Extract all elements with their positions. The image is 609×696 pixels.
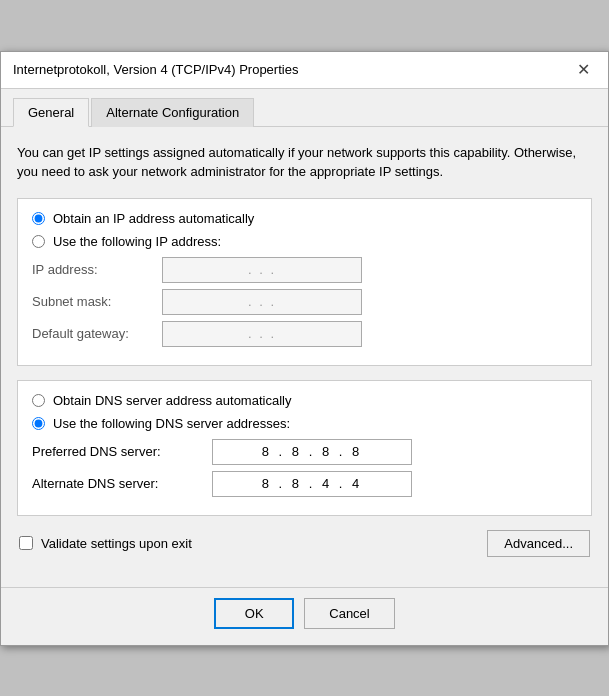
subnet-mask-row: Subnet mask: . . . — [32, 289, 577, 315]
ok-button[interactable]: OK — [214, 598, 294, 629]
alternate-dns-input[interactable]: 8 . 8 . 4 . 4 — [212, 471, 412, 497]
use-following-dns-row: Use the following DNS server addresses: — [32, 416, 577, 431]
alternate-dns-row: Alternate DNS server: 8 . 8 . 4 . 4 — [32, 471, 577, 497]
tab-content: You can get IP settings assigned automat… — [1, 127, 608, 587]
use-following-ip-radio[interactable] — [32, 235, 45, 248]
dialog-footer: OK Cancel — [1, 587, 608, 645]
default-gateway-label: Default gateway: — [32, 326, 162, 341]
dns-fields: Preferred DNS server: 8 . 8 . 8 . 8 Alte… — [32, 439, 577, 497]
preferred-dns-label: Preferred DNS server: — [32, 444, 212, 459]
validate-label[interactable]: Validate settings upon exit — [41, 536, 192, 551]
obtain-dns-auto-radio[interactable] — [32, 394, 45, 407]
description-text: You can get IP settings assigned automat… — [17, 143, 592, 182]
tab-alternate-configuration[interactable]: Alternate Configuration — [91, 98, 254, 127]
preferred-dns-row: Preferred DNS server: 8 . 8 . 8 . 8 — [32, 439, 577, 465]
use-following-ip-row: Use the following IP address: — [32, 234, 577, 249]
default-gateway-input[interactable]: . . . — [162, 321, 362, 347]
preferred-dns-input[interactable]: 8 . 8 . 8 . 8 — [212, 439, 412, 465]
subnet-mask-label: Subnet mask: — [32, 294, 162, 309]
title-bar: Internetprotokoll, Version 4 (TCP/IPv4) … — [1, 52, 608, 89]
ip-address-label: IP address: — [32, 262, 162, 277]
validate-checkbox-row: Validate settings upon exit — [19, 536, 192, 551]
ip-fields: IP address: . . . Subnet mask: . . . Def… — [32, 257, 577, 347]
ip-address-input[interactable]: . . . — [162, 257, 362, 283]
obtain-dns-auto-label[interactable]: Obtain DNS server address automatically — [53, 393, 291, 408]
obtain-ip-auto-row: Obtain an IP address automatically — [32, 211, 577, 226]
tab-bar: General Alternate Configuration — [1, 89, 608, 127]
use-following-dns-radio[interactable] — [32, 417, 45, 430]
window-title: Internetprotokoll, Version 4 (TCP/IPv4) … — [13, 62, 298, 77]
alternate-dns-label: Alternate DNS server: — [32, 476, 212, 491]
tab-general[interactable]: General — [13, 98, 89, 127]
advanced-button[interactable]: Advanced... — [487, 530, 590, 557]
close-button[interactable]: ✕ — [571, 60, 596, 80]
obtain-ip-auto-label[interactable]: Obtain an IP address automatically — [53, 211, 254, 226]
use-following-ip-label[interactable]: Use the following IP address: — [53, 234, 221, 249]
subnet-mask-input[interactable]: . . . — [162, 289, 362, 315]
default-gateway-row: Default gateway: . . . — [32, 321, 577, 347]
use-following-dns-label[interactable]: Use the following DNS server addresses: — [53, 416, 290, 431]
ip-section: Obtain an IP address automatically Use t… — [17, 198, 592, 366]
cancel-button[interactable]: Cancel — [304, 598, 394, 629]
main-window: Internetprotokoll, Version 4 (TCP/IPv4) … — [0, 51, 609, 646]
ip-address-row: IP address: . . . — [32, 257, 577, 283]
obtain-ip-auto-radio[interactable] — [32, 212, 45, 225]
validate-checkbox[interactable] — [19, 536, 33, 550]
obtain-dns-auto-row: Obtain DNS server address automatically — [32, 393, 577, 408]
bottom-row: Validate settings upon exit Advanced... — [17, 530, 592, 557]
dns-section: Obtain DNS server address automatically … — [17, 380, 592, 516]
